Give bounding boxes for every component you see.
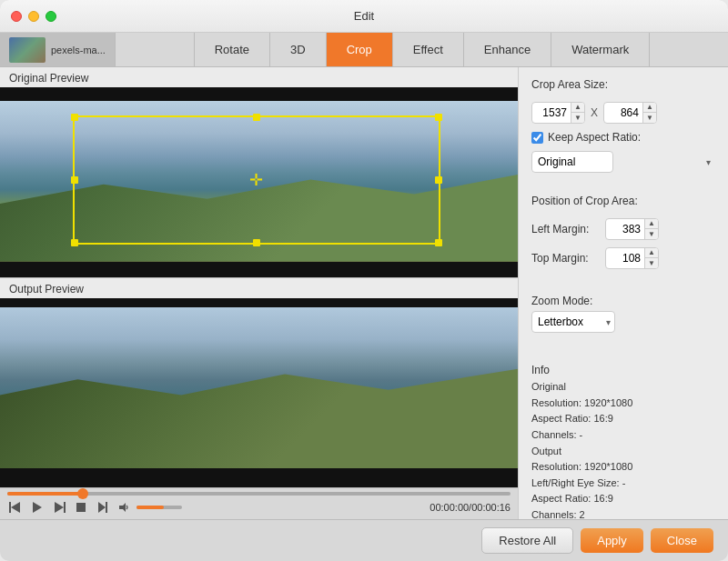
zoom-mode-label: Zoom Mode: — [531, 295, 715, 307]
left-margin-input[interactable] — [606, 223, 644, 235]
thumbnail-label: pexels-ma... — [51, 45, 106, 55]
close-button[interactable]: Close — [651, 528, 713, 553]
original-channels: Channels: - — [531, 427, 715, 444]
height-spin-down[interactable]: ▼ — [643, 113, 656, 123]
svg-rect-5 — [76, 503, 86, 512]
left-margin-spin-down[interactable]: ▼ — [645, 229, 658, 239]
original-resolution: Resolution: 1920*1080 — [531, 396, 715, 412]
stop-icon — [75, 501, 87, 514]
apply-button[interactable]: Apply — [581, 528, 643, 553]
tab-watermark[interactable]: Watermark — [551, 33, 650, 66]
progress-thumb[interactable] — [77, 488, 88, 499]
skip-back-button[interactable] — [7, 499, 24, 516]
restore-all-button[interactable]: Restore All — [481, 527, 573, 554]
zoom-select-wrapper: Letterbox Pan & Scan Full — [531, 311, 615, 333]
output-preview-section: Output Preview — [0, 278, 518, 488]
maximize-traffic-light[interactable] — [46, 11, 56, 22]
close-traffic-light[interactable] — [11, 11, 22, 22]
progress-track[interactable] — [7, 492, 511, 496]
svg-marker-6 — [98, 502, 106, 513]
skip-forward-button[interactable] — [51, 499, 67, 516]
output-channels: Channels: 2 — [531, 507, 715, 519]
output-info-title: Output — [531, 444, 715, 460]
keep-aspect-ratio-checkbox[interactable] — [531, 132, 543, 144]
crop-handle-tr[interactable] — [435, 114, 442, 121]
crop-handle-bl[interactable] — [71, 239, 78, 246]
crop-crosshair: ✛ — [249, 172, 263, 188]
tab-bar: pexels-ma... Rotate 3D Crop Effect Enhan… — [0, 33, 728, 67]
height-input[interactable] — [604, 106, 642, 119]
tab-crop[interactable]: Crop — [327, 33, 393, 66]
output-resolution: Resolution: 1920*1080 — [531, 459, 715, 476]
stop-button[interactable] — [73, 499, 89, 516]
crop-handle-br[interactable] — [435, 239, 442, 246]
svg-rect-7 — [106, 502, 107, 513]
crop-handle-ml[interactable] — [71, 176, 78, 184]
svg-marker-3 — [55, 502, 64, 513]
volume-track[interactable] — [136, 506, 182, 509]
thumbnail-image — [9, 37, 46, 63]
play-button[interactable] — [29, 499, 46, 516]
output-landscape — [0, 307, 518, 468]
width-spin-up[interactable]: ▲ — [571, 103, 584, 113]
end-button[interactable] — [95, 499, 111, 516]
top-margin-input[interactable] — [606, 252, 644, 265]
time-display: 00:00:00/00:00:16 — [430, 502, 511, 513]
width-input-container: ▲ ▼ — [531, 102, 585, 124]
keep-aspect-ratio-label: Keep Aspect Ratio: — [548, 131, 641, 144]
volume-fill — [136, 506, 164, 509]
volume-section — [116, 499, 182, 516]
width-spin-down[interactable]: ▼ — [571, 113, 584, 123]
minimize-traffic-light[interactable] — [28, 11, 39, 22]
crop-handle-bm[interactable] — [253, 239, 260, 246]
skip-back-icon — [9, 501, 22, 514]
progress-bar-row — [7, 492, 511, 496]
output-eye-size: Left/Right Eye Size: - — [531, 476, 715, 492]
info-section: Info Original Resolution: 1920*1080 Aspe… — [531, 362, 715, 519]
volume-button[interactable] — [116, 499, 133, 516]
top-margin-input-container: ▲ ▼ — [605, 247, 659, 269]
tab-effect[interactable]: Effect — [393, 33, 464, 66]
position-label: Position of Crop Area: — [531, 195, 715, 207]
svg-rect-4 — [64, 502, 66, 513]
progress-fill — [7, 492, 83, 496]
original-video-bg: ✛ — [0, 87, 518, 277]
crop-handle-tl[interactable] — [71, 114, 78, 121]
thumbnail-item[interactable]: pexels-ma... — [0, 33, 116, 66]
top-margin-spinner: ▲ ▼ — [644, 248, 658, 268]
svg-marker-8 — [119, 503, 126, 512]
svg-marker-1 — [11, 502, 20, 513]
right-panel: Crop Area Size: ▲ ▼ X ▲ ▼ Keep Aspect Ra… — [519, 67, 728, 519]
left-margin-spin-up[interactable]: ▲ — [645, 219, 658, 229]
crop-handle-mr[interactable] — [435, 176, 442, 184]
title-bar: Edit — [0, 0, 728, 33]
zoom-mode-select[interactable]: Letterbox Pan & Scan Full — [531, 311, 615, 333]
output-mountain — [0, 364, 518, 468]
crop-overlay[interactable]: ✛ — [73, 115, 440, 245]
svg-marker-2 — [33, 502, 42, 513]
bottom-bar: Restore All Apply Close — [0, 519, 728, 561]
left-margin-row: Left Margin: ▲ ▼ — [531, 218, 715, 240]
tab-3d[interactable]: 3D — [270, 33, 327, 66]
tab-enhance[interactable]: Enhance — [464, 33, 551, 66]
original-aspect: Aspect Ratio: 16:9 — [531, 411, 715, 427]
crop-area-size-label: Crop Area Size: — [531, 78, 715, 91]
width-input[interactable] — [532, 106, 571, 119]
height-spin-up[interactable]: ▲ — [643, 103, 656, 113]
output-preview-label: Output Preview — [0, 278, 518, 298]
video-controls: 00:00:00/00:00:16 — [0, 487, 518, 519]
zoom-section: Zoom Mode: Letterbox Pan & Scan Full — [531, 295, 715, 333]
main-content: Original Preview ✛ — [0, 67, 728, 519]
svg-rect-0 — [9, 502, 11, 513]
height-spinner: ▲ ▼ — [642, 103, 656, 123]
aspect-ratio-select-wrapper: Original 16:9 4:3 1:1 Custom — [531, 151, 715, 173]
keep-aspect-ratio-row: Keep Aspect Ratio: — [531, 131, 715, 144]
top-margin-spin-up[interactable]: ▲ — [645, 248, 658, 258]
x-separator: X — [591, 106, 598, 119]
crop-handle-tm[interactable] — [253, 114, 260, 121]
tab-rotate[interactable]: Rotate — [194, 33, 270, 66]
output-preview-video — [0, 298, 518, 488]
top-margin-spin-down[interactable]: ▼ — [645, 258, 658, 268]
volume-icon — [118, 501, 131, 514]
aspect-ratio-select[interactable]: Original 16:9 4:3 1:1 Custom — [531, 151, 613, 173]
